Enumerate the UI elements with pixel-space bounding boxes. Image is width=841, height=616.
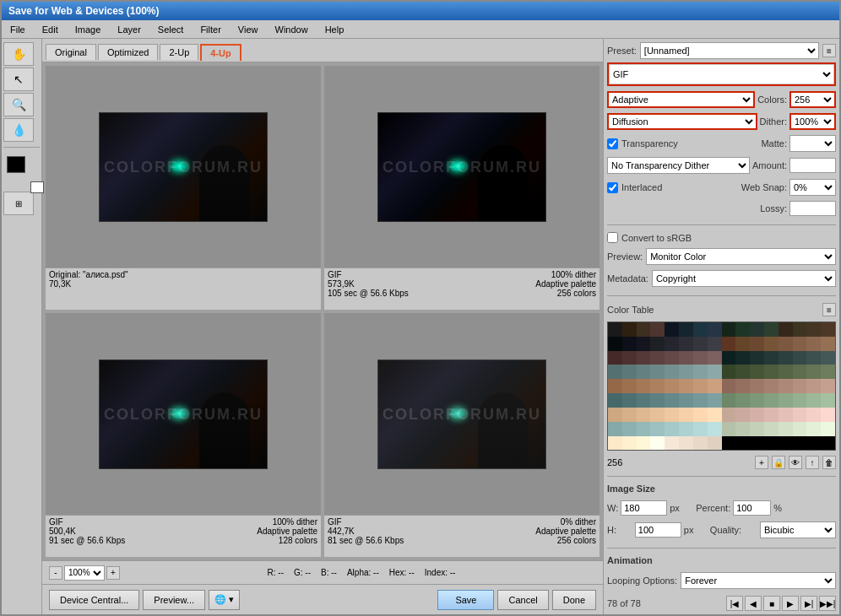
- dither-select[interactable]: 100% 75% 50%: [789, 113, 836, 130]
- web-snap-select[interactable]: 0% 1% 5%: [789, 179, 836, 196]
- color-table-cell[interactable]: [665, 379, 679, 393]
- color-table-cell[interactable]: [764, 365, 779, 379]
- color-table-cell[interactable]: [665, 393, 679, 408]
- interlaced-checkbox[interactable]: [607, 182, 618, 193]
- color-table-cell[interactable]: [793, 393, 807, 408]
- color-table-cell[interactable]: [722, 351, 736, 365]
- color-table-menu-icon[interactable]: ≡: [822, 303, 836, 316]
- color-table-cell[interactable]: [679, 408, 693, 422]
- color-table-cell[interactable]: [679, 422, 693, 436]
- color-table-cell[interactable]: [735, 408, 750, 422]
- device-central-button[interactable]: Device Central...: [49, 590, 139, 610]
- color-table-cell[interactable]: [622, 322, 637, 337]
- preset-select[interactable]: [Unnamed]: [640, 42, 819, 59]
- color-table-cell[interactable]: [750, 351, 764, 365]
- color-table-cell[interactable]: [679, 393, 693, 408]
- color-table-cell[interactable]: [793, 322, 807, 337]
- color-table-cell[interactable]: [622, 393, 637, 408]
- color-table-cell[interactable]: [637, 322, 651, 337]
- color-table-cell[interactable]: [806, 365, 821, 379]
- color-table-cell[interactable]: [608, 393, 622, 408]
- prev-frame-btn[interactable]: ◀: [745, 596, 762, 611]
- foreground-color[interactable]: [7, 156, 25, 173]
- color-table-cell[interactable]: [665, 322, 679, 337]
- convert-srgb-checkbox[interactable]: [607, 232, 618, 243]
- color-table-cell[interactable]: [679, 337, 693, 351]
- color-table-cell[interactable]: [650, 393, 665, 408]
- first-frame-btn[interactable]: |◀: [726, 596, 743, 611]
- color-table-cell[interactable]: [806, 379, 821, 393]
- color-table-cell[interactable]: [735, 337, 750, 351]
- color-table-cell[interactable]: [779, 322, 793, 337]
- color-table-cell[interactable]: [779, 422, 793, 436]
- color-table-shift-icon[interactable]: ↑: [806, 456, 819, 469]
- color-table-cell[interactable]: [722, 322, 736, 337]
- color-table-cell[interactable]: [708, 365, 722, 379]
- color-table-trash-icon[interactable]: 🗑: [822, 456, 836, 469]
- color-table-cell[interactable]: [622, 365, 637, 379]
- color-table-cell[interactable]: [793, 351, 807, 365]
- tab-2up[interactable]: 2-Up: [160, 44, 198, 60]
- color-table-cell[interactable]: [693, 337, 708, 351]
- color-table-cell[interactable]: [622, 337, 637, 351]
- color-table-cell[interactable]: [708, 351, 722, 365]
- color-table-cell[interactable]: [608, 379, 622, 393]
- color-table-cell[interactable]: [708, 393, 722, 408]
- color-table-cell[interactable]: [793, 422, 807, 436]
- color-table-cell[interactable]: [665, 436, 679, 451]
- color-table-cell[interactable]: [608, 322, 622, 337]
- color-table-cell[interactable]: [793, 365, 807, 379]
- color-table-cell[interactable]: [650, 351, 665, 365]
- menu-layer[interactable]: Layer: [112, 23, 146, 36]
- color-table-cell[interactable]: [708, 322, 722, 337]
- color-table-cell[interactable]: [622, 436, 637, 451]
- color-table-cell[interactable]: [693, 393, 708, 408]
- height-input[interactable]: [635, 522, 681, 538]
- color-table-cell[interactable]: [793, 379, 807, 393]
- color-table-cell[interactable]: [821, 322, 835, 337]
- color-table-cell[interactable]: [608, 351, 622, 365]
- color-table-cell[interactable]: [637, 436, 651, 451]
- color-table-cell[interactable]: [637, 379, 651, 393]
- matte-select[interactable]: White Black: [789, 135, 836, 152]
- color-table-cell[interactable]: [650, 337, 665, 351]
- color-table-cell[interactable]: [693, 365, 708, 379]
- color-table-cell[interactable]: [622, 351, 637, 365]
- color-table-cell[interactable]: [793, 408, 807, 422]
- transparency-checkbox[interactable]: [607, 138, 618, 149]
- color-table-cell[interactable]: [722, 365, 736, 379]
- select-tool[interactable]: ↖: [3, 68, 34, 91]
- background-color[interactable]: [30, 181, 44, 193]
- color-table-cell[interactable]: [806, 337, 821, 351]
- color-table-cell[interactable]: [779, 365, 793, 379]
- color-table-cell[interactable]: [693, 422, 708, 436]
- color-table-cell[interactable]: [779, 337, 793, 351]
- last-frame-btn[interactable]: ▶▶|: [819, 596, 836, 611]
- color-table-cell[interactable]: [779, 393, 793, 408]
- color-table-cell[interactable]: [608, 337, 622, 351]
- color-table-cell[interactable]: [650, 422, 665, 436]
- color-table-cell[interactable]: [679, 322, 693, 337]
- color-table-cell[interactable]: [637, 365, 651, 379]
- color-table-cell[interactable]: [821, 365, 835, 379]
- color-table-cell[interactable]: [650, 379, 665, 393]
- color-table-cell[interactable]: [764, 393, 779, 408]
- menu-filter[interactable]: Filter: [195, 23, 225, 36]
- tab-4up[interactable]: 4-Up: [200, 44, 241, 61]
- color-table-cell[interactable]: [821, 408, 835, 422]
- color-table-cell[interactable]: [608, 436, 622, 451]
- color-table-cell[interactable]: [665, 351, 679, 365]
- color-table-cell[interactable]: [708, 422, 722, 436]
- transparency-dither-select[interactable]: No Transparency Dither Diffusion Pattern: [607, 157, 750, 174]
- color-table-cell[interactable]: [750, 365, 764, 379]
- color-table-cell[interactable]: [821, 379, 835, 393]
- color-table-cell[interactable]: [764, 408, 779, 422]
- menu-edit[interactable]: Edit: [37, 23, 63, 36]
- zoom-tool[interactable]: 🔍: [3, 93, 34, 116]
- zoom-select[interactable]: 100% 50% 200%: [64, 565, 105, 581]
- menu-window[interactable]: Window: [270, 23, 313, 36]
- menu-file[interactable]: File: [5, 23, 30, 36]
- color-reduction-select[interactable]: Adaptive Perceptual Selective: [607, 91, 755, 108]
- eyedropper-tool[interactable]: 💧: [3, 118, 34, 142]
- color-table-cell[interactable]: [821, 337, 835, 351]
